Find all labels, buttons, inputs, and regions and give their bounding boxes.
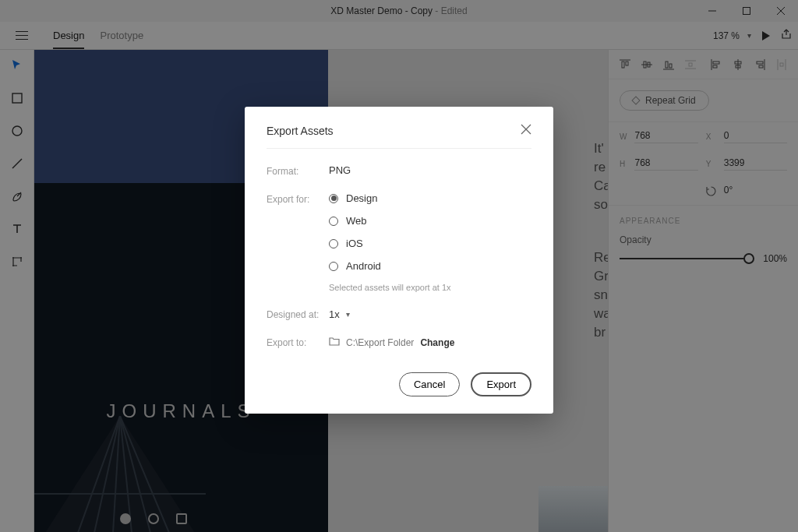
export-assets-dialog: Export Assets Format: PNG Export for: De… xyxy=(245,107,553,414)
dialog-close-button[interactable] xyxy=(521,124,531,137)
folder-icon xyxy=(329,336,340,349)
designedat-dropdown[interactable]: 1x ▾ xyxy=(329,308,350,320)
export-button[interactable]: Export xyxy=(471,372,531,396)
export-note: Selected assets will export at 1x xyxy=(329,283,451,292)
exportto-label: Export to: xyxy=(267,336,329,349)
cancel-button[interactable]: Cancel xyxy=(399,372,460,396)
option-ios[interactable]: iOS xyxy=(329,238,451,249)
option-ios-label: iOS xyxy=(346,238,363,249)
chevron-down-icon: ▾ xyxy=(346,310,350,319)
dialog-title: Export Assets xyxy=(267,125,334,137)
radio-icon xyxy=(329,262,338,271)
radio-icon xyxy=(329,217,338,226)
option-android[interactable]: Android xyxy=(329,260,451,272)
option-android-label: Android xyxy=(346,260,381,272)
exportfor-options: Design Web iOS Android xyxy=(329,192,451,272)
option-web-label: Web xyxy=(346,215,367,227)
format-value[interactable]: PNG xyxy=(329,164,351,177)
designedat-value: 1x xyxy=(329,308,340,320)
option-web[interactable]: Web xyxy=(329,215,451,227)
radio-icon xyxy=(329,194,338,203)
option-design-label: Design xyxy=(346,192,377,204)
export-path: C:\Export Folder xyxy=(346,337,414,348)
change-link[interactable]: Change xyxy=(420,337,454,348)
designedat-label: Designed at: xyxy=(267,308,329,320)
format-label: Format: xyxy=(267,164,329,177)
radio-icon xyxy=(329,239,338,248)
exportfor-label: Export for: xyxy=(267,192,329,292)
option-design[interactable]: Design xyxy=(329,192,451,204)
close-icon xyxy=(521,124,531,135)
